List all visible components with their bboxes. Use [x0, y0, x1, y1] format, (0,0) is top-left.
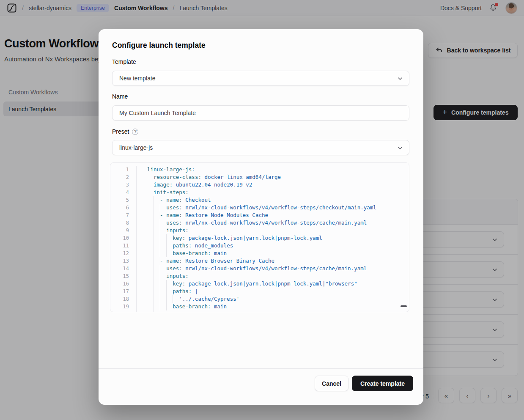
code-line: 14uses: nrwl/nx-cloud-workflows/v4/workf…	[110, 265, 409, 272]
line-number: 10	[110, 234, 137, 242]
code-line: 8uses: nrwl/nx-cloud-workflows/v4/workfl…	[110, 219, 409, 227]
code-line: 19base-branch: main	[110, 303, 409, 310]
modal-title: Configure launch template	[112, 41, 206, 50]
line-number: 5	[110, 196, 137, 204]
line-number: 13	[110, 257, 137, 265]
code-line: 6uses: nrwl/nx-cloud-workflows/v4/workfl…	[110, 204, 409, 211]
code-line: 10key: package-lock.json|yarn.lock|pnpm-…	[110, 234, 409, 242]
create-template-button-label: Create template	[360, 380, 405, 387]
line-number: 11	[110, 242, 137, 250]
line-number: 16	[110, 280, 137, 288]
preset-select-value: linux-large-js	[119, 144, 153, 151]
line-number: 6	[110, 204, 137, 211]
code-line: 2resource-class: docker_linux_amd64/larg…	[110, 173, 409, 181]
code-line: 4init-steps:	[110, 189, 409, 196]
code-editor[interactable]: 1linux-large-js:2resource-class: docker_…	[110, 162, 409, 312]
line-number: 14	[110, 265, 137, 272]
name-label: Name	[112, 93, 128, 100]
name-field[interactable]	[112, 105, 409, 121]
line-number: 17	[110, 288, 137, 295]
line-number: 2	[110, 173, 137, 181]
code-lines: 1linux-large-js:2resource-class: docker_…	[110, 166, 409, 312]
code-line: 5- name: Checkout	[110, 196, 409, 204]
line-number: 19	[110, 303, 137, 310]
line-number: 4	[110, 189, 137, 196]
code-line: 18'../.cache/Cypress'	[110, 295, 409, 303]
line-number: 1	[110, 166, 137, 173]
cancel-button-label: Cancel	[322, 380, 341, 387]
code-line: 1linux-large-js:	[110, 166, 409, 173]
name-label-text: Name	[112, 93, 128, 100]
line-number: 12	[110, 250, 137, 257]
code-line: 16key: package-lock.json|yarn.lock|pnpm-…	[110, 280, 409, 288]
template-label: Template	[112, 58, 136, 65]
code-line: 15inputs:	[110, 272, 409, 280]
template-select-value: New template	[119, 75, 156, 82]
configure-launch-template-dialog: Configure launch template Template New t…	[99, 29, 423, 405]
line-number: 9	[110, 227, 137, 234]
preset-label-text: Preset	[112, 128, 129, 135]
chevron-down-icon	[397, 145, 403, 151]
template-label-text: Template	[112, 58, 136, 65]
help-icon[interactable]: ?	[132, 129, 138, 135]
line-number: 20	[110, 310, 137, 312]
code-line: 12base-branch: main	[110, 250, 409, 257]
code-line: 3image: ubuntu22.04-node20.19-v2	[110, 181, 409, 189]
code-line: 9inputs:	[110, 227, 409, 234]
create-template-button[interactable]: Create template	[352, 376, 413, 391]
chevron-down-icon	[397, 75, 403, 82]
code-line: 7- name: Restore Node Modules Cache	[110, 211, 409, 219]
code-line: 11paths: node_modules	[110, 242, 409, 250]
line-number: 8	[110, 219, 137, 227]
preset-label: Preset ?	[112, 128, 138, 135]
line-number: 3	[110, 181, 137, 189]
code-line: 20- name: Install Node	[110, 310, 409, 312]
line-number: 15	[110, 272, 137, 280]
preset-select[interactable]: linux-large-js	[112, 140, 409, 155]
template-select[interactable]: New template	[112, 71, 409, 86]
name-input[interactable]	[119, 110, 402, 116]
code-line: 17paths: |	[110, 288, 409, 295]
modal-divider	[99, 368, 423, 369]
cancel-button[interactable]: Cancel	[315, 376, 348, 391]
editor-scroll-thumb[interactable]	[401, 305, 407, 307]
line-number: 18	[110, 295, 137, 303]
line-number: 7	[110, 211, 137, 219]
code-line: 13- name: Restore Browser Binary Cache	[110, 257, 409, 265]
